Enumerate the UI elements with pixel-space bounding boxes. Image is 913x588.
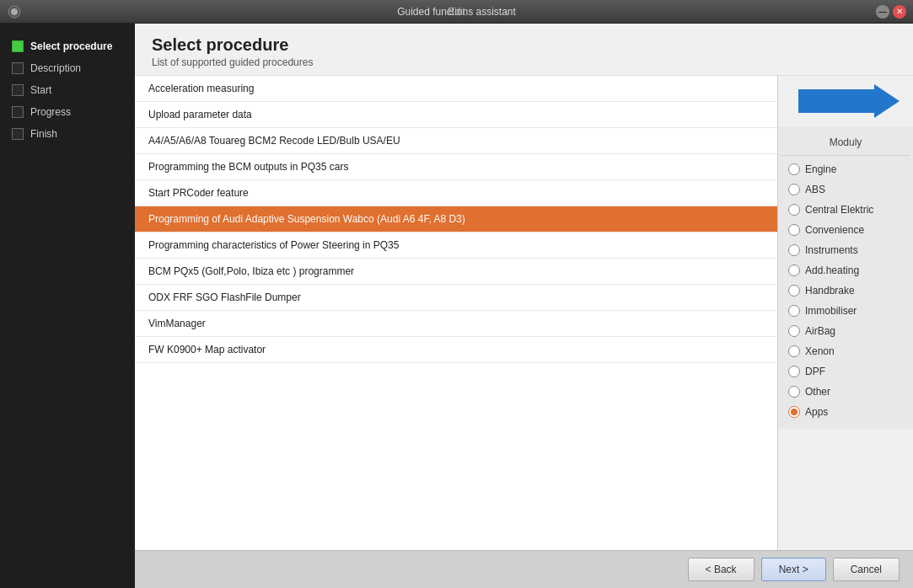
module-label: ABS xyxy=(805,184,825,195)
module-item-apps[interactable]: Apps xyxy=(781,402,910,422)
modules-panel: Moduly EngineABSCentral ElektricConvenie… xyxy=(778,126,913,429)
radio-handbrake xyxy=(788,285,800,297)
radio-add-heating xyxy=(788,265,800,276)
module-item-airbag[interactable]: AirBag xyxy=(781,321,910,341)
module-label: DPF xyxy=(805,366,825,377)
module-item-xenon[interactable]: Xenon xyxy=(781,341,910,361)
radio-airbag xyxy=(788,325,800,337)
module-item-add-heating[interactable]: Add.heating xyxy=(781,260,910,281)
radio-apps xyxy=(788,406,800,418)
titlebar-title: Guided functions assistant xyxy=(397,6,516,18)
sidebar-checkbox-description xyxy=(12,62,24,74)
module-item-dpf[interactable]: DPF xyxy=(781,361,910,382)
list-and-arrow: Acceleration measuringUpload parameter d… xyxy=(135,76,913,550)
radio-abs xyxy=(788,184,800,195)
arrow-body xyxy=(798,89,874,113)
module-item-convenience[interactable]: Convenience xyxy=(781,220,910,240)
arrow-head xyxy=(874,84,900,118)
procedure-item[interactable]: Programming characteristics of Power Ste… xyxy=(135,233,777,259)
module-label: Immobiliser xyxy=(805,305,857,317)
module-item-instruments[interactable]: Instruments xyxy=(781,240,910,260)
content-area: Select procedure List of supported guide… xyxy=(135,24,913,588)
module-item-handbrake[interactable]: Handbrake xyxy=(781,281,910,301)
titlebar-controls: — ✕ xyxy=(876,5,906,19)
sidebar-label-select-procedure: Select procedure xyxy=(30,40,112,52)
sidebar-label-start: Start xyxy=(30,84,51,96)
blue-arrow xyxy=(798,84,900,118)
footer: < Back Next > Cancel xyxy=(135,550,913,588)
titlebar: Guided functions assistant Edit — ✕ xyxy=(0,0,913,24)
module-item-immobiliser[interactable]: Immobiliser xyxy=(781,301,910,321)
svg-point-1 xyxy=(11,8,18,15)
sidebar-label-progress: Progress xyxy=(30,106,71,118)
procedure-item[interactable]: Programming the BCM outputs in PQ35 cars xyxy=(135,154,777,180)
right-panel: Moduly EngineABSCentral ElektricConvenie… xyxy=(778,76,913,550)
radio-convenience xyxy=(788,224,800,236)
sidebar-checkbox-finish xyxy=(12,128,24,140)
radio-central-elektric xyxy=(788,204,800,216)
arrow-area xyxy=(778,76,913,126)
module-item-central-elektric[interactable]: Central Elektric xyxy=(781,200,910,220)
radio-other xyxy=(788,386,800,398)
module-item-abs[interactable]: ABS xyxy=(781,179,910,200)
sidebar-checkbox-select-procedure xyxy=(12,40,24,52)
next-button[interactable]: Next > xyxy=(761,558,826,581)
module-item-engine[interactable]: Engine xyxy=(781,159,910,179)
module-label: Other xyxy=(805,386,830,398)
procedure-item[interactable]: Upload parameter data xyxy=(135,102,777,128)
sidebar-item-description[interactable]: Description xyxy=(10,59,125,78)
sidebar-item-finish[interactable]: Finish xyxy=(10,125,125,143)
module-label: Engine xyxy=(805,163,836,175)
sidebar-checkbox-start xyxy=(12,84,24,96)
radio-instruments xyxy=(788,244,800,256)
close-button[interactable]: ✕ xyxy=(893,5,906,19)
module-item-other[interactable]: Other xyxy=(781,382,910,402)
sidebar-item-progress[interactable]: Progress xyxy=(10,103,125,121)
radio-immobiliser xyxy=(788,305,800,317)
back-button[interactable]: < Back xyxy=(688,558,755,581)
app-icon xyxy=(7,4,22,19)
module-label: AirBag xyxy=(805,325,835,337)
module-label: Handbrake xyxy=(805,285,855,297)
sidebar: Select procedure Description Start Progr… xyxy=(0,24,135,588)
content-header: Select procedure List of supported guide… xyxy=(135,24,913,76)
procedure-item[interactable]: BCM PQx5 (Golf,Polo, Ibiza etc ) program… xyxy=(135,259,777,285)
main-container: Select procedure Description Start Progr… xyxy=(0,24,913,588)
module-label: Convenience xyxy=(805,224,864,236)
sidebar-label-finish: Finish xyxy=(30,128,57,140)
sidebar-item-select-procedure[interactable]: Select procedure xyxy=(10,37,125,56)
module-label: Central Elektric xyxy=(805,204,873,216)
list-module-wrapper: Acceleration measuringUpload parameter d… xyxy=(135,76,913,550)
module-label: Xenon xyxy=(805,345,835,357)
sidebar-label-description: Description xyxy=(30,62,81,74)
procedure-item[interactable]: ODX FRF SGO FlashFile Dumper xyxy=(135,285,777,311)
page-title: Select procedure xyxy=(152,35,896,55)
module-label: Add.heating xyxy=(805,265,859,276)
procedure-item[interactable]: Acceleration measuring xyxy=(135,76,777,102)
page-subtitle: List of supported guided procedures xyxy=(152,56,896,68)
radio-engine xyxy=(788,163,800,175)
procedure-item[interactable]: VimManager xyxy=(135,311,777,337)
procedure-item[interactable]: FW K0900+ Map activator xyxy=(135,337,777,363)
module-label: Apps xyxy=(805,406,828,418)
modules-header: Moduly xyxy=(781,133,910,156)
radio-xenon xyxy=(788,345,800,357)
sidebar-item-start[interactable]: Start xyxy=(10,81,125,99)
procedure-item[interactable]: A4/A5/A6/A8 Touareg BCM2 Recode LED/Bulb… xyxy=(135,128,777,154)
cancel-button[interactable]: Cancel xyxy=(833,558,900,581)
procedure-list: Acceleration measuringUpload parameter d… xyxy=(135,76,778,550)
sidebar-checkbox-progress xyxy=(12,106,24,118)
procedure-item[interactable]: Programming of Audi Adaptive Suspension … xyxy=(135,206,777,233)
minimize-button[interactable]: — xyxy=(876,5,889,19)
module-label: Instruments xyxy=(805,244,858,256)
procedure-item[interactable]: Start PRCoder feature xyxy=(135,180,777,206)
radio-dpf xyxy=(788,366,800,377)
